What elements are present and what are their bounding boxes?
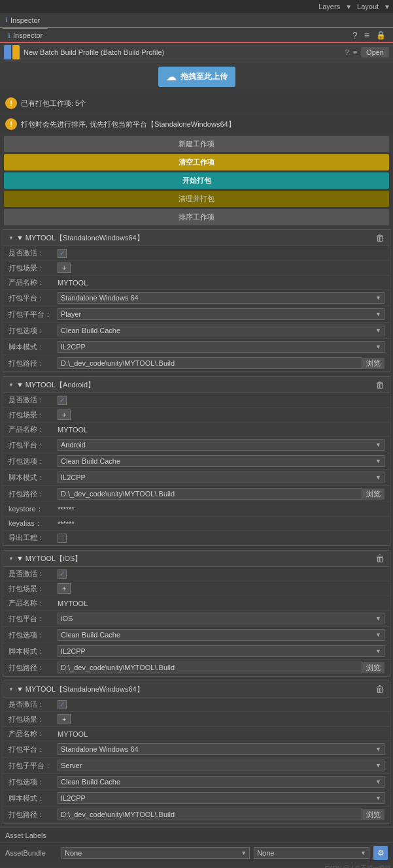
field-script-2: 脚本模式： IL2CPP ▼: [3, 470, 390, 486]
dropdown-script-2[interactable]: IL2CPP ▼: [58, 472, 384, 483]
dropdown-text-option-3: Clean Build Cache: [61, 631, 120, 639]
watermark-text: CSDN @人生不过一瞬间: [325, 865, 390, 868]
section-header-1: ▼ ▼ MYTOOL【StandaloneWindows64】 🗑: [3, 230, 390, 246]
dropdown-script-3[interactable]: IL2CPP ▼: [58, 645, 384, 657]
clean-build-button[interactable]: 清理并打包: [4, 191, 389, 207]
inspector-tab-active[interactable]: ℹ Inspector: [3, 28, 48, 42]
dropdown-subplatform-4[interactable]: Server ▼: [58, 760, 384, 771]
section-triangle-1: ▼: [9, 235, 14, 241]
dropdown-script-1[interactable]: IL2CPP ▼: [58, 341, 384, 353]
asset-bundle-value-2: None: [257, 849, 274, 857]
checkbox-export[interactable]: [58, 534, 67, 543]
dropdown-platform-1[interactable]: Standalone Windows 64 ▼: [58, 292, 384, 304]
dropdown-platform-2[interactable]: Android ▼: [58, 439, 384, 451]
section-triangle-4: ▼: [9, 686, 14, 692]
browse-btn-4[interactable]: 浏览: [362, 809, 384, 820]
delete-btn-3[interactable]: 🗑: [375, 553, 384, 564]
asset-bundle-dropdown-1[interactable]: None ▼: [61, 847, 250, 859]
path-text-3: D:\_dev_code\unity\MYTOOL\.Build: [61, 664, 175, 671]
dropdown-text-subplatform-1: Player: [61, 310, 81, 318]
header-icon: [4, 45, 20, 59]
inspector-info-icon-active: ℹ: [8, 32, 10, 39]
field-label-active-1: 是否激活：: [9, 248, 58, 258]
tag-plus-3: +: [62, 585, 66, 592]
section-ios: ▼ ▼ MYTOOL【iOS】 🗑 是否激活： ✓ 打包场景： + 产品名称： …: [3, 550, 390, 677]
checkbox-active-4[interactable]: ✓: [58, 700, 67, 709]
asset-bundle-label: AssetBundle: [5, 849, 58, 857]
new-item-button[interactable]: 新建工作项: [4, 136, 389, 152]
field-name-1: 产品名称： MYTOOL: [3, 276, 390, 290]
field-label-path-4: 打包路径：: [9, 810, 58, 820]
open-button[interactable]: Open: [361, 47, 389, 57]
dropdown-subplatform-1[interactable]: Player ▼: [58, 308, 384, 320]
delete-btn-2[interactable]: 🗑: [375, 379, 384, 390]
dropdown-option-3[interactable]: Clean Build Cache ▼: [58, 629, 384, 641]
layers-dropdown-arrow[interactable]: ▼: [345, 3, 352, 10]
corner-asset-icon[interactable]: ⚙: [373, 846, 388, 860]
field-path-2: 打包路径： D:\_dev_code\unity\MYTOOL\.Build 浏…: [3, 486, 390, 502]
field-label-active-3: 是否激活：: [9, 569, 58, 579]
field-value-name-2: MYTOOL: [58, 426, 384, 434]
field-label-scene-4: 打包场景：: [9, 715, 58, 724]
field-tag-scene-2[interactable]: +: [58, 410, 71, 420]
field-label-keyalias: keyalias：: [9, 519, 58, 528]
dropdown-arrow-script-1: ▼: [375, 344, 381, 350]
field-name-3: 产品名称： MYTOOL: [3, 596, 390, 611]
checkbox-active-3[interactable]: ✓: [58, 570, 67, 579]
checkbox-active-2[interactable]: ✓: [58, 396, 67, 405]
field-name-4: 产品名称： MYTOOL: [3, 727, 390, 741]
field-label-script-4: 脚本模式：: [9, 794, 58, 803]
checkbox-active-1[interactable]: ✓: [58, 249, 67, 258]
dropdown-arrow-platform-2: ▼: [375, 442, 381, 448]
upload-area[interactable]: ☁ 拖拽至此上传: [158, 67, 235, 87]
field-label-path-1: 打包路径：: [9, 359, 58, 368]
tag-plus-4: +: [62, 715, 66, 723]
field-active-1: 是否激活： ✓: [3, 246, 390, 261]
start-build-button[interactable]: 开始打包: [4, 172, 389, 189]
asset-bundle-dropdown-2[interactable]: None ▼: [254, 847, 369, 859]
inspector-tab-label-first: Inspector: [10, 16, 40, 24]
field-label-name-1: 产品名称：: [9, 278, 58, 287]
inspector-tab-first[interactable]: ℹ Inspector: [0, 13, 45, 27]
field-path-value-4: D:\_dev_code\unity\MYTOOL\.Build: [58, 809, 362, 820]
field-label-name-2: 产品名称：: [9, 425, 58, 434]
browse-btn-1[interactable]: 浏览: [362, 358, 384, 369]
field-tag-scene-3[interactable]: +: [58, 583, 71, 594]
header-help-icon[interactable]: ?: [345, 48, 349, 56]
section-windows64-1: ▼ ▼ MYTOOL【StandaloneWindows64】 🗑 是否激活： …: [3, 229, 390, 372]
dropdown-option-1[interactable]: Clean Build Cache ▼: [58, 325, 384, 336]
browse-btn-3[interactable]: 浏览: [362, 662, 384, 673]
dropdown-text-script-3: IL2CPP: [61, 647, 86, 655]
section-header-2: ▼ ▼ MYTOOL【Android】 🗑: [3, 377, 390, 393]
tab-action-lock[interactable]: 🔒: [374, 31, 388, 40]
dropdown-platform-4[interactable]: Standalone Windows 64 ▼: [58, 743, 384, 755]
dropdown-text-script-4: IL2CPP: [61, 794, 86, 802]
layout-dropdown-arrow[interactable]: ▼: [384, 3, 390, 10]
dropdown-script-4[interactable]: IL2CPP ▼: [58, 792, 384, 804]
field-tag-scene-1[interactable]: +: [58, 263, 71, 273]
header-menu-icon[interactable]: ≡: [353, 48, 357, 56]
dropdown-option-2[interactable]: Clean Build Cache ▼: [58, 455, 384, 467]
delete-btn-1[interactable]: 🗑: [375, 233, 384, 243]
tab-action-help[interactable]: ?: [350, 30, 360, 40]
field-platform-4: 打包平台： Standalone Windows 64 ▼: [3, 741, 390, 758]
dropdown-arrow-option-3: ▼: [375, 632, 381, 638]
field-tag-scene-4[interactable]: +: [58, 714, 71, 724]
sort-items-button[interactable]: 排序工作项: [4, 209, 389, 225]
path-text-1: D:\_dev_code\unity\MYTOOL\.Build: [61, 359, 175, 367]
dropdown-option-4[interactable]: Clean Build Cache ▼: [58, 776, 384, 788]
info-text-2: 打包时会先进行排序, 优先打包当前平台【StandaloneWindows64】: [21, 120, 235, 129]
field-path-3: 打包路径： D:\_dev_code\unity\MYTOOL\.Build 浏…: [3, 660, 390, 676]
delete-btn-4[interactable]: 🗑: [375, 684, 384, 694]
dropdown-arrow-script-2: ▼: [375, 474, 381, 481]
dropdown-text-subplatform-4: Server: [61, 762, 82, 769]
clear-items-button[interactable]: 清空工作项: [4, 154, 389, 170]
section-triangle-3: ▼: [9, 556, 14, 562]
dropdown-text-script-2: IL2CPP: [61, 474, 86, 481]
tab-action-menu[interactable]: ≡: [362, 30, 371, 40]
browse-btn-2[interactable]: 浏览: [362, 489, 384, 500]
upload-wrapper: ☁ 拖拽至此上传: [0, 61, 393, 92]
header-actions: ? ≡ Open: [345, 47, 389, 57]
dropdown-platform-3[interactable]: iOS ▼: [58, 613, 384, 624]
field-label-name-4: 产品名称：: [9, 729, 58, 739]
